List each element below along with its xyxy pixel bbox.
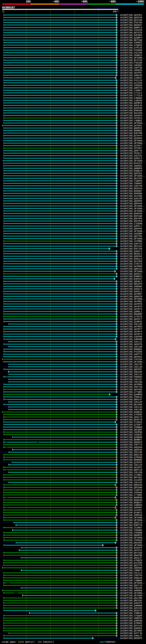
svg-text:UniRef100_UPI000..: UniRef100_UPI000.. xyxy=(120,57,145,59)
svg-text:UniRef100_A7P133: UniRef100_A7P133 xyxy=(120,46,142,49)
svg-text:UniRef100_Q75AP7: UniRef100_Q75AP7 xyxy=(120,424,142,426)
svg-text:UniRef100_C9EI05: UniRef100_C9EI05 xyxy=(120,587,142,590)
svg-text:UniRef100_P41569: UniRef100_P41569 xyxy=(120,351,142,353)
svg-text:UniRef100_B5DGW7: UniRef100_B5DGW7 xyxy=(120,190,142,192)
svg-text:UniRef100_C5P774: UniRef100_C5P774 xyxy=(120,444,142,446)
svg-text:UniRef100_Q4KTI6: UniRef100_Q4KTI6 xyxy=(120,242,142,245)
svg-text:UniRef100_UPI000..: UniRef100_UPI000.. xyxy=(120,142,145,144)
svg-text:UniRef100_C8CLR6: UniRef100_C8CLR6 xyxy=(120,408,142,411)
svg-text:UniRef100_C8CLR0: UniRef100_C8CLR0 xyxy=(120,381,142,383)
svg-text:UniRef100_C0H748: UniRef100_C0H748 xyxy=(120,185,142,187)
svg-text:UniRef100_B2D2F5: UniRef100_B2D2F5 xyxy=(120,547,142,549)
svg-text:UniRef100_A9PBZ5: UniRef100_A9PBZ5 xyxy=(120,69,142,72)
svg-text:UniRef100_C9SPQ5: UniRef100_C9SPQ5 xyxy=(120,431,142,434)
svg-text:UniRef100_B6AFN8: UniRef100_B6AFN8 xyxy=(120,554,142,557)
svg-text:UniRef100_B0S6P5: UniRef100_B0S6P5 xyxy=(120,637,142,640)
svg-text:UniRef100_Q29FA8: UniRef100_Q29FA8 xyxy=(120,107,142,110)
svg-text:UniRef100_B2YHY4: UniRef100_B2YHY4 xyxy=(120,134,142,137)
svg-text:UniRef100_A7TQR3: UniRef100_A7TQR3 xyxy=(120,391,142,394)
svg-text:UniRef100_UPI000..: UniRef100_UPI000.. xyxy=(120,298,145,300)
svg-text:UniRef100_C5JM57: UniRef100_C5JM57 xyxy=(120,526,142,529)
svg-text:UniRef100_Q5I1D2: UniRef100_Q5I1D2 xyxy=(120,245,142,248)
svg-text:UniRef100_A9ZT82: UniRef100_A9ZT82 xyxy=(120,155,142,157)
svg-text:UniRef100_UPI000..: UniRef100_UPI000.. xyxy=(120,175,145,177)
svg-text:UniRef100_A0FDJ6: UniRef100_A0FDJ6 xyxy=(120,104,142,107)
svg-text:=100char.: =100char. xyxy=(105,641,117,643)
svg-text:UniRef100_B5Y3U9: UniRef100_B5Y3U9 xyxy=(120,552,142,554)
svg-text:UniRef100_C8CLS1: UniRef100_C8CLS1 xyxy=(120,340,142,343)
svg-text:UniRef100_B6TGT0: UniRef100_B6TGT0 xyxy=(120,32,142,34)
svg-text:UniRef100_B5XFI9: UniRef100_B5XFI9 xyxy=(120,418,142,421)
svg-text:UniRef100_A8X079: UniRef100_A8X079 xyxy=(120,343,142,346)
svg-text:UniRef100_B5KFK9: UniRef100_B5KFK9 xyxy=(120,212,142,215)
svg-text:UniRef100_A3GFN6: UniRef100_A3GFN6 xyxy=(120,336,142,338)
svg-text:479: 479 xyxy=(113,10,117,13)
svg-text:UniRef100_A1CZD5: UniRef100_A1CZD5 xyxy=(120,479,142,481)
svg-text:UniRef100_Q5K8Z3: UniRef100_Q5K8Z3 xyxy=(120,441,142,444)
svg-text:UniRef100_A6YM88: UniRef100_A6YM88 xyxy=(120,383,142,386)
svg-text:UniRef100_B5FXQ0: UniRef100_B5FXQ0 xyxy=(120,215,142,218)
svg-text:UniRef100_A9Z0M6: UniRef100_A9Z0M6 xyxy=(120,232,142,235)
svg-text:UniRef100_A0C103: UniRef100_A0C103 xyxy=(120,607,142,610)
svg-text:UniRef100_Q8I3T9: UniRef100_Q8I3T9 xyxy=(120,564,142,567)
svg-text:UniRef100_A6RFU9: UniRef100_A6RFU9 xyxy=(120,514,142,516)
svg-text:UniRef100_Q5MGL2: UniRef100_Q5MGL2 xyxy=(120,310,142,313)
svg-text:UniRef100_C4YCU4: UniRef100_C4YCU4 xyxy=(120,358,142,361)
svg-text:UniRef100_B6JUU0: UniRef100_B6JUU0 xyxy=(120,404,142,406)
svg-text:UniRef100_UPI000..: UniRef100_UPI000.. xyxy=(120,238,145,240)
svg-text:UniRef100_B5SXM2: UniRef100_B5SXM2 xyxy=(120,542,142,544)
svg-text:UniRef100_Q4GXL3: UniRef100_Q4GXL3 xyxy=(120,157,142,160)
svg-text:AV388167: AV388167 xyxy=(2,6,15,9)
svg-text:UniRef100_C0H8H2: UniRef100_C0H8H2 xyxy=(120,182,142,185)
svg-text:UniRef100_C8CLS0: UniRef100_C8CLS0 xyxy=(120,366,142,368)
svg-text:UniRef100_C4QWG6: UniRef100_C4QWG6 xyxy=(120,579,142,582)
svg-text:UniRef100_C5DWK9: UniRef100_C5DWK9 xyxy=(120,426,142,428)
svg-text:UniRef100_C8CLS4: UniRef100_C8CLS4 xyxy=(120,464,142,466)
svg-text:UniRef100_Q2QNF3: UniRef100_Q2QNF3 xyxy=(120,36,142,39)
svg-text:UniRef100_B4QNJ4: UniRef100_B4QNJ4 xyxy=(120,170,142,172)
svg-text:UniRef100_A4R955: UniRef100_A4R955 xyxy=(120,504,142,506)
svg-text:UniRef100_C5DHJ2: UniRef100_C5DHJ2 xyxy=(120,396,142,398)
svg-text:UniRef100_C3ZEN8: UniRef100_C3ZEN8 xyxy=(120,222,142,225)
svg-text:UniRef100_C6TDL5: UniRef100_C6TDL5 xyxy=(120,117,142,120)
svg-text:(in Query)/– (in Subject): (in Query)/– (in Subject) xyxy=(20,641,54,643)
svg-text:UniRef100_Q5CJR9: UniRef100_Q5CJR9 xyxy=(120,597,142,600)
svg-text:UniRef100_B4F9R4: UniRef100_B4F9R4 xyxy=(120,34,142,36)
svg-text:UniRef100_C1MXE7: UniRef100_C1MXE7 xyxy=(120,89,142,92)
svg-text:UniRef100_A9VAD3: UniRef100_A9VAD3 xyxy=(120,114,142,117)
svg-text:UniRef100_C4JND2: UniRef100_C4JND2 xyxy=(120,474,142,476)
svg-text:UniRef100_C8CLR1: UniRef100_C8CLR1 xyxy=(120,481,142,484)
svg-text:UniRef100_Q6C0H1: UniRef100_Q6C0H1 xyxy=(120,356,142,358)
svg-text:UniRef100_B0DK80: UniRef100_B0DK80 xyxy=(120,496,142,499)
svg-text:UniRef100_Q90YW1: UniRef100_Q90YW1 xyxy=(120,255,142,258)
svg-text:UniRef100_C5Z1D6: UniRef100_C5Z1D6 xyxy=(120,52,142,54)
svg-text:UniRef100_A8PGR7: UniRef100_A8PGR7 xyxy=(120,506,142,509)
svg-text:UniRef100_Q9U9L2: UniRef100_Q9U9L2 xyxy=(120,280,142,283)
svg-text:UniRef100_Q5CYJ3: UniRef100_Q5CYJ3 xyxy=(120,584,142,587)
svg-text:~40%: ~40% xyxy=(53,0,59,4)
svg-text:UniRef100_Q4GXL4: UniRef100_Q4GXL4 xyxy=(120,258,142,260)
svg-text:UniRef100_UPI000..: UniRef100_UPI000.. xyxy=(120,592,145,594)
svg-text:UniRef100_Q6RYS3: UniRef100_Q6RYS3 xyxy=(120,268,142,270)
svg-text:UniRef100_P62917: UniRef100_P62917 xyxy=(120,152,142,155)
svg-text:UniRef100_C7TZL2: UniRef100_C7TZL2 xyxy=(120,92,142,94)
svg-text:UniRef100_C1GPI5: UniRef100_C1GPI5 xyxy=(120,489,142,492)
svg-text:UniRef100_C0SG66: UniRef100_C0SG66 xyxy=(120,492,142,494)
svg-text:UniRef100_UPI000..: UniRef100_UPI000.. xyxy=(120,208,145,210)
svg-text:UniRef100_B3L699: UniRef100_B3L699 xyxy=(120,562,142,564)
svg-text:UniRef100_C8CLR9: UniRef100_C8CLR9 xyxy=(120,471,142,474)
svg-text:UniRef100_C7YQM3: UniRef100_C7YQM3 xyxy=(120,494,142,496)
svg-text:UniRef100_C4WSN2: UniRef100_C4WSN2 xyxy=(120,97,142,100)
svg-text:UniRef100_B4FJS6: UniRef100_B4FJS6 xyxy=(120,248,142,250)
svg-text:UniRef100_B5XCK4: UniRef100_B5XCK4 xyxy=(120,187,142,190)
svg-text:UniRef100_C0PQ62: UniRef100_C0PQ62 xyxy=(120,64,142,67)
svg-text:UniRef100_B5FXP9: UniRef100_B5FXP9 xyxy=(120,218,142,220)
svg-text:UniRef100_C8VN22: UniRef100_C8VN22 xyxy=(120,434,142,436)
svg-text:UniRef100_C1EE87: UniRef100_C1EE87 xyxy=(120,77,142,79)
svg-text:UniRef100_P46286: UniRef100_P46286 xyxy=(120,62,142,64)
svg-text:UniRef100_C0PQX8: UniRef100_C0PQX8 xyxy=(120,84,142,87)
svg-text:UniRef100_UPI000..: UniRef100_UPI000.. xyxy=(120,270,145,273)
svg-text:UniRef100_UPI000..: UniRef100_UPI000.. xyxy=(120,230,145,232)
svg-text:UniRef100_A9J5P2: UniRef100_A9J5P2 xyxy=(120,466,142,469)
svg-text:UniRef100_C8CLR5: UniRef100_C8CLR5 xyxy=(120,451,142,454)
